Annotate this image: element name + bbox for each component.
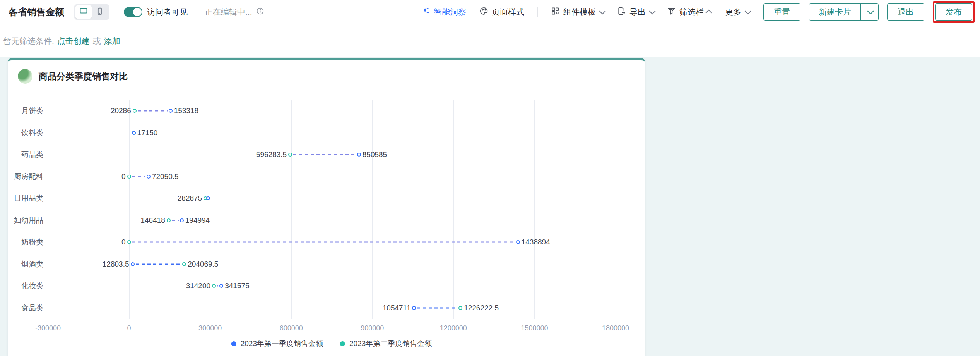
value-label: 282875 xyxy=(101,194,202,203)
data-point[interactable] xyxy=(133,109,137,113)
data-point[interactable] xyxy=(212,284,216,288)
legend-dot-q2 xyxy=(340,341,345,346)
data-point[interactable] xyxy=(132,131,136,135)
data-point[interactable] xyxy=(167,218,171,222)
menu-divider xyxy=(537,7,538,17)
value-label: 596283.5 xyxy=(186,150,287,159)
publish-button[interactable]: 发布 xyxy=(935,3,972,21)
menu-item-label: 导出 xyxy=(629,7,646,17)
menu-item-label: 智能洞察 xyxy=(434,7,466,17)
menu-item-export[interactable]: 导出 xyxy=(617,7,654,17)
device-segmented-control xyxy=(74,4,109,20)
visitor-visible-toggle[interactable] xyxy=(124,7,142,17)
menu-item-more[interactable]: 更多 xyxy=(725,7,749,17)
data-point[interactable] xyxy=(169,109,173,113)
dumbbell-connector xyxy=(293,154,356,155)
data-point[interactable] xyxy=(127,175,131,179)
data-point[interactable] xyxy=(182,262,186,266)
dumbbell-chart: -300000030000060000090000012000001500000… xyxy=(8,60,645,356)
exit-button[interactable]: 退出 xyxy=(887,3,924,21)
chevron-down-icon xyxy=(649,8,656,14)
grid-line xyxy=(453,100,454,319)
x-axis-tick-label: -300000 xyxy=(35,324,61,332)
category-label: 化妆类 xyxy=(8,281,43,291)
visibility-toggle-group: 访问者可见 xyxy=(124,7,188,17)
sparkle-icon xyxy=(421,7,430,17)
category-label: 食品类 xyxy=(8,303,43,313)
desktop-view-button[interactable] xyxy=(75,5,92,19)
publish-highlight-box: 发布 xyxy=(933,1,975,23)
x-axis-tick-label: 1800000 xyxy=(602,324,629,332)
category-label: 日用品类 xyxy=(8,193,43,203)
category-label: 饮料类 xyxy=(8,128,43,138)
menu-item-label: 组件模板 xyxy=(563,7,596,17)
value-label: 17150 xyxy=(137,129,158,137)
x-axis-tick-label: 300000 xyxy=(198,324,222,332)
data-point[interactable] xyxy=(357,153,361,157)
reset-button[interactable]: 重置 xyxy=(763,3,800,21)
topbar-menu: 智能洞察 页面样式 组件模板 xyxy=(421,7,749,17)
legend-label-q2: 2023年第二季度销售金额 xyxy=(349,339,432,349)
value-label: 146418 xyxy=(65,216,165,225)
legend-item-q2[interactable]: 2023年第二季度销售金额 xyxy=(340,339,432,349)
chevron-down-icon xyxy=(599,8,606,14)
value-label: 12803.5 xyxy=(29,260,129,268)
value-label: 314200 xyxy=(110,282,210,290)
data-point[interactable] xyxy=(458,306,462,310)
filter-create-link[interactable]: 点击创建 xyxy=(57,36,90,46)
filter-add-link[interactable]: 添加 xyxy=(104,36,120,46)
menu-item-label: 页面样式 xyxy=(492,7,524,17)
menu-item-label: 更多 xyxy=(725,7,741,17)
desktop-icon xyxy=(79,7,88,17)
dumbbell-connector xyxy=(172,220,179,221)
mobile-icon xyxy=(96,7,104,17)
menu-item-filter-bar[interactable]: 筛选栏 xyxy=(667,7,712,17)
topbar-buttons: 重置 新建卡片 退出 发布 xyxy=(763,1,975,23)
value-label: 72050.5 xyxy=(152,172,179,181)
x-axis-tick-label: 1200000 xyxy=(440,324,467,332)
dumbbell-connector xyxy=(132,176,145,177)
value-label: 204069.5 xyxy=(188,260,218,268)
menu-item-component-template[interactable]: 组件模板 xyxy=(551,7,604,17)
legend-dot-q1 xyxy=(231,341,236,346)
data-point[interactable] xyxy=(412,306,416,310)
value-label: 153318 xyxy=(174,107,198,115)
data-point[interactable] xyxy=(516,240,520,244)
legend-item-q1[interactable]: 2023年第一季度销售金额 xyxy=(231,339,323,349)
value-label: 1438894 xyxy=(522,238,550,246)
value-label: 194994 xyxy=(185,216,210,225)
grid-line xyxy=(372,100,373,319)
menu-item-page-style[interactable]: 页面样式 xyxy=(479,7,524,17)
new-card-button[interactable]: 新建卡片 xyxy=(809,4,860,20)
info-icon xyxy=(256,7,264,17)
category-label: 药品类 xyxy=(8,150,43,160)
chevron-down-icon xyxy=(867,8,874,14)
value-label: 341575 xyxy=(225,282,249,290)
chevron-down-icon xyxy=(745,8,751,14)
dumbbell-connector xyxy=(138,110,168,112)
data-point[interactable] xyxy=(127,240,131,244)
data-point[interactable] xyxy=(147,175,151,179)
dashboard-editor-screen: 各省销售金额 访问者可见 正在编辑中. xyxy=(0,0,980,356)
value-label: 0 xyxy=(25,172,126,181)
data-point[interactable] xyxy=(131,262,135,266)
grid-line xyxy=(291,100,292,319)
new-card-dropdown-button[interactable] xyxy=(860,4,878,20)
data-point[interactable] xyxy=(206,196,210,200)
toggle-knob xyxy=(133,8,142,16)
value-label: 850585 xyxy=(363,150,387,159)
menu-item-smart-insight[interactable]: 智能洞察 xyxy=(421,7,466,17)
page-title: 各省销售金额 xyxy=(9,6,64,18)
grid-line xyxy=(616,100,616,319)
dumbbell-connector xyxy=(417,307,457,308)
chart-legend: 2023年第一季度销售金额 2023年第二季度销售金额 xyxy=(231,339,432,349)
mobile-view-button[interactable] xyxy=(92,5,108,19)
data-point[interactable] xyxy=(219,284,223,288)
grid-line xyxy=(48,100,48,319)
visitor-visible-label: 访问者可见 xyxy=(147,7,188,17)
editing-status-text: 正在编辑中... xyxy=(205,7,252,17)
data-point[interactable] xyxy=(180,218,184,222)
data-point[interactable] xyxy=(288,153,292,157)
value-label: 20286 xyxy=(31,107,131,115)
x-axis-line xyxy=(48,319,625,319)
